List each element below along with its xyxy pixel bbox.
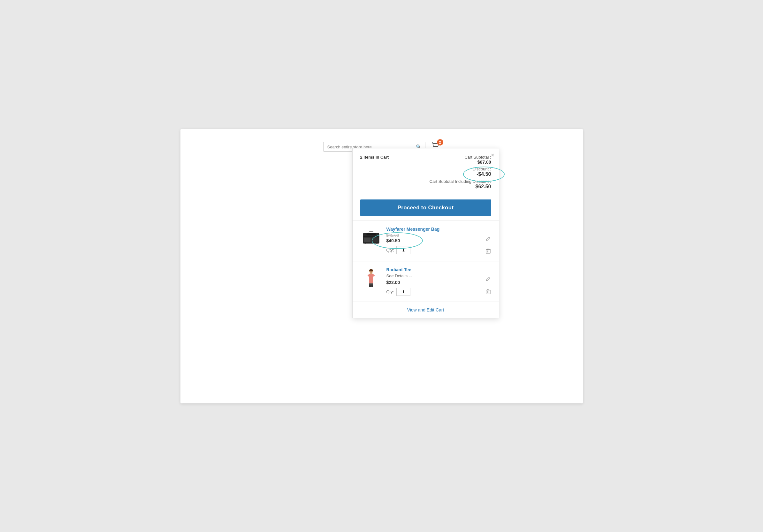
qty-label-tee: Qty: [386,290,394,294]
item-qty-bag: Qty: [386,246,481,254]
checkout-btn-wrapper: Proceed to Checkout [353,195,499,221]
items-in-cart-label: 2 Items in Cart [360,155,389,160]
qty-input-bag[interactable] [396,246,410,254]
checkout-button[interactable]: Proceed to Checkout [360,200,491,216]
item-name-bag[interactable]: Wayfarer Messenger Bag [386,226,481,232]
close-button[interactable]: × [491,152,494,158]
svg-point-17 [372,271,372,271]
svg-rect-15 [370,273,372,274]
cart-badge: 2 [437,139,443,145]
svg-point-16 [370,271,371,271]
svg-rect-3 [366,233,376,235]
svg-point-7 [365,243,366,244]
delete-button-bag[interactable] [485,248,491,255]
svg-rect-14 [371,285,373,287]
item-qty-tee: Qty: [386,288,481,296]
svg-rect-6 [371,237,378,242]
item-details-bag: Wayfarer Messenger Bag $45.00 $40.50 Qty… [386,226,481,254]
item-original-price-bag: $45.00 [386,233,481,238]
qty-label-bag: Qty: [386,248,394,252]
item-discounted-price-bag: $40.50 [386,238,400,243]
edit-button-tee[interactable] [485,276,491,283]
item-name-tee[interactable]: Radiant Tee [386,267,481,272]
delete-button-tee[interactable] [485,288,491,296]
view-edit-cart: View and Edit Cart [353,302,499,318]
svg-rect-5 [364,237,370,242]
discount-value: -$4.50 [477,171,491,177]
page-wrapper: 🔍 2 × 2 Items in Cart Cart Subtotal : [180,129,583,403]
item-image-tee [360,267,382,289]
subtotal-incl-value: $62.50 [476,184,491,190]
qty-input-tee[interactable] [396,288,410,296]
item-price-wrapper-bag: $40.50 [386,238,400,243]
item-price-section-tee: $22.00 [386,280,481,285]
cart-item: Wayfarer Messenger Bag $45.00 $40.50 Qty… [353,221,499,261]
view-edit-link[interactable]: View and Edit Cart [407,307,444,312]
cart-summary: × 2 Items in Cart Cart Subtotal : $67.00… [353,148,499,195]
discount-section: Discount : -$4.50 [360,167,491,177]
edit-button-bag[interactable] [485,235,491,242]
cart-item-tee: Radiant Tee See Details ⌄ $22.00 Qty: [353,261,499,302]
cart-subtotal-value: $67.00 [464,160,491,165]
summary-header-row: 2 Items in Cart Cart Subtotal : $67.00 [360,155,491,165]
svg-rect-4 [363,236,379,236]
cart-dropdown: × 2 Items in Cart Cart Subtotal : $67.00… [352,148,499,318]
svg-point-11 [369,269,373,271]
cart-items: Wayfarer Messenger Bag $45.00 $40.50 Qty… [353,221,499,302]
subtotal-incl-discount: Cart Subtotal Including Discount : $62.5… [360,179,491,190]
item-details-tee: Radiant Tee See Details ⌄ $22.00 Qty: [386,267,481,296]
item-actions-bag [485,226,491,255]
chevron-down-icon: ⌄ [409,274,412,278]
svg-rect-13 [369,285,371,287]
item-regular-price-tee: $22.00 [386,280,400,285]
discount-label: Discount : [473,167,491,171]
discount-value-wrapper: -$4.50 [477,171,491,177]
item-price-section-bag: $45.00 $40.50 [386,233,481,243]
item-image-bag [360,226,382,248]
item-actions-tee [485,267,491,296]
item-see-details[interactable]: See Details ⌄ [386,274,481,278]
subtotal-incl-label: Cart Subtotal Including Discount : [430,179,491,184]
see-details-label: See Details [386,274,407,278]
cart-subtotal-label: Cart Subtotal : [464,155,491,160]
svg-point-8 [376,243,377,244]
